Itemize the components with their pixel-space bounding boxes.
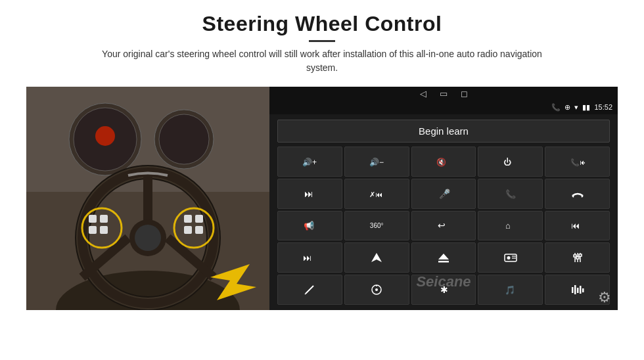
svg-rect-64 xyxy=(574,285,576,294)
mute-button[interactable]: 🔇 xyxy=(411,146,476,177)
bluetooth-button[interactable]: ✱ xyxy=(411,275,476,305)
vol-down-button[interactable]: 🔊− xyxy=(344,146,409,177)
eject-button[interactable] xyxy=(411,242,476,273)
begin-learn-row: Begin learn xyxy=(269,114,618,146)
phone-prev-button[interactable]: 📞⏮ xyxy=(545,146,610,177)
content-row: ◁ ▭ ◻ 📞 ⊕ ▾ ▮▮ 15:52 Begin learn xyxy=(26,87,618,310)
phone-status-icon: 📞 xyxy=(551,103,561,112)
pen-button[interactable] xyxy=(277,275,342,305)
recents-nav-button[interactable]: ◻ xyxy=(461,89,468,99)
speaker-button[interactable]: 📢 xyxy=(277,211,342,241)
svg-text:📢: 📢 xyxy=(304,220,315,231)
svg-text:🎤: 🎤 xyxy=(439,189,451,200)
svg-line-57 xyxy=(305,294,306,294)
svg-point-6 xyxy=(159,114,209,164)
svg-rect-19 xyxy=(89,226,97,234)
svg-line-36 xyxy=(572,196,574,197)
svg-line-37 xyxy=(582,196,583,197)
settings-gear-button[interactable]: ⚙ xyxy=(598,289,611,306)
svg-rect-65 xyxy=(577,288,579,293)
svg-text:↩: ↩ xyxy=(438,220,446,231)
svg-text:⏻: ⏻ xyxy=(503,158,511,167)
prev-track-button[interactable]: ⏮ xyxy=(545,211,610,241)
home-button[interactable]: ⌂ xyxy=(478,211,543,241)
svg-rect-55 xyxy=(579,254,582,256)
nav-bar: ◁ ▭ ◻ xyxy=(269,87,618,100)
svg-rect-45 xyxy=(438,261,449,263)
title-section: Steering Wheel Control Your original car… xyxy=(92,12,552,83)
time-display: 15:52 xyxy=(594,103,612,111)
svg-rect-63 xyxy=(572,287,574,293)
svg-point-47 xyxy=(507,256,510,259)
steering-wheel-image xyxy=(26,87,269,310)
svg-text:⏭: ⏭ xyxy=(304,189,313,199)
status-right: 📞 ⊕ ▾ ▮▮ 15:52 xyxy=(551,103,612,112)
svg-rect-67 xyxy=(582,288,584,292)
svg-point-7 xyxy=(95,126,115,146)
equalizer-button[interactable] xyxy=(545,242,610,273)
location-status-icon: ⊕ xyxy=(564,103,570,112)
svg-rect-20 xyxy=(100,226,108,234)
title-divider xyxy=(309,40,335,42)
next-track-button[interactable]: ⏭ xyxy=(277,179,342,209)
page-subtitle: Your original car's steering wheel contr… xyxy=(92,47,552,75)
android-screen: ◁ ▭ ◻ 📞 ⊕ ▾ ▮▮ 15:52 Begin learn xyxy=(269,87,618,310)
svg-rect-23 xyxy=(195,215,203,223)
page-title: Steering Wheel Control xyxy=(92,12,552,36)
svg-rect-66 xyxy=(580,286,582,294)
control-icon-grid: 🔊+ 🔊− 🔇 ⏻ 📞⏮ ⏭ ✗⏮ 🎤 📞 📢 360° ↩ ⌂ ⏮ ⏭ xyxy=(269,146,618,310)
svg-point-15 xyxy=(135,225,161,251)
svg-text:🔇: 🔇 xyxy=(436,157,446,167)
prev-skip-button[interactable]: ✗⏮ xyxy=(344,179,409,209)
begin-learn-button[interactable]: Begin learn xyxy=(277,120,610,143)
svg-point-59 xyxy=(375,288,378,291)
svg-marker-44 xyxy=(438,254,449,259)
camera360-button[interactable]: 360° xyxy=(344,211,409,241)
svg-text:✱: ✱ xyxy=(440,284,448,295)
svg-text:📞: 📞 xyxy=(505,189,517,200)
home-nav-button[interactable]: ▭ xyxy=(440,89,448,99)
wifi-status-icon: ▾ xyxy=(574,103,578,112)
svg-text:🔊+: 🔊+ xyxy=(302,157,317,167)
svg-text:🔊−: 🔊− xyxy=(369,157,384,167)
power-button[interactable]: ⏻ xyxy=(478,146,543,177)
svg-text:⏭: ⏭ xyxy=(303,253,311,263)
dial-button[interactable] xyxy=(344,275,409,305)
navigate-button[interactable] xyxy=(344,242,409,273)
music-button[interactable]: 🎵 xyxy=(478,275,543,305)
hangup-button[interactable] xyxy=(545,179,610,209)
svg-rect-24 xyxy=(184,226,192,234)
svg-rect-25 xyxy=(195,226,203,234)
svg-text:⏮: ⏮ xyxy=(571,221,580,231)
svg-marker-43 xyxy=(371,253,382,262)
svg-text:✗⏮: ✗⏮ xyxy=(369,191,382,198)
mic-button[interactable]: 🎤 xyxy=(411,179,476,209)
fast-fwd-button[interactable]: ⏭ xyxy=(277,242,342,273)
radio-button[interactable] xyxy=(478,242,543,273)
svg-rect-18 xyxy=(100,215,108,223)
svg-rect-22 xyxy=(184,215,192,223)
status-bar: 📞 ⊕ ▾ ▮▮ 15:52 xyxy=(269,100,618,114)
page-container: Steering Wheel Control Your original car… xyxy=(0,0,644,360)
call-button[interactable]: 📞 xyxy=(478,179,543,209)
svg-text:📞⏮: 📞⏮ xyxy=(570,158,585,167)
back-button[interactable]: ↩ xyxy=(411,211,476,241)
svg-text:⌂: ⌂ xyxy=(505,221,511,231)
signal-status-icon: ▮▮ xyxy=(582,103,590,112)
back-nav-button[interactable]: ◁ xyxy=(420,89,426,99)
svg-text:🎵: 🎵 xyxy=(505,284,516,296)
vol-up-button[interactable]: 🔊+ xyxy=(277,146,342,177)
svg-rect-17 xyxy=(89,215,97,223)
svg-line-56 xyxy=(306,286,313,294)
svg-rect-54 xyxy=(576,257,579,259)
